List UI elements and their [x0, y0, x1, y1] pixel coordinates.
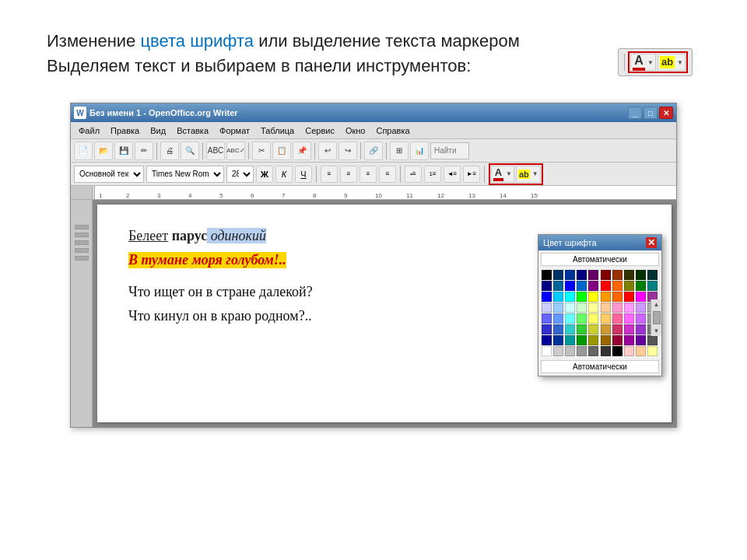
color-cell[interactable] [577, 313, 587, 324]
tb-copy[interactable]: 📋 [272, 142, 291, 160]
color-cell[interactable] [588, 346, 598, 356]
tb-spell2[interactable]: ABC✓ [226, 142, 245, 160]
color-cell[interactable] [588, 313, 598, 324]
color-auto-bottom-btn[interactable]: Автоматически [541, 360, 659, 373]
tb-redo[interactable]: ↪ [338, 142, 357, 160]
underline-button[interactable]: Ч [295, 166, 312, 183]
close-button[interactable]: ✕ [659, 107, 673, 119]
color-cell[interactable] [588, 292, 598, 302]
color-cell[interactable] [647, 270, 658, 280]
tb-print[interactable]: 🖨 [160, 142, 179, 160]
scroll-thumb[interactable] [653, 311, 661, 324]
color-cell[interactable] [542, 303, 552, 313]
color-cell[interactable] [612, 346, 622, 356]
color-cell[interactable] [624, 324, 634, 334]
color-cell[interactable] [588, 324, 598, 334]
color-cell[interactable] [636, 346, 646, 356]
tb-save[interactable]: 💾 [114, 142, 133, 160]
color-cell[interactable] [624, 292, 634, 302]
color-cell[interactable] [612, 281, 622, 291]
color-cell[interactable] [624, 335, 634, 345]
color-cell[interactable] [565, 313, 575, 324]
tb-open[interactable]: 📂 [94, 142, 113, 160]
color-cell[interactable] [553, 313, 563, 324]
menu-view[interactable]: Вид [146, 124, 170, 137]
color-cell[interactable] [553, 292, 563, 302]
color-cell[interactable] [601, 346, 611, 356]
highlight-button[interactable]: ab ▼ [658, 54, 686, 71]
bold-button[interactable]: Ж [256, 166, 273, 183]
color-cell[interactable] [612, 335, 622, 345]
tb-preview[interactable]: 🔍 [181, 142, 199, 160]
color-cell[interactable] [542, 313, 552, 324]
color-cell[interactable] [542, 292, 552, 302]
font-color-fmt-btn[interactable]: A ▼ [491, 166, 514, 183]
tb-undo[interactable]: ↩ [318, 142, 337, 160]
color-cell[interactable] [542, 281, 552, 291]
color-cell[interactable] [588, 281, 598, 291]
color-cell[interactable] [565, 292, 575, 302]
color-cell[interactable] [577, 324, 587, 334]
color-cell[interactable] [565, 324, 575, 334]
menu-edit[interactable]: Правка [106, 124, 144, 137]
indent-inc-btn[interactable]: ►≡ [463, 166, 480, 183]
color-cell[interactable] [624, 346, 634, 356]
size-select[interactable]: 28 [226, 166, 254, 183]
indent-dec-btn[interactable]: ◄≡ [444, 166, 461, 183]
color-cell[interactable] [565, 270, 575, 280]
list-bullet-btn[interactable]: •≡ [405, 166, 422, 183]
color-cell[interactable] [577, 335, 587, 345]
color-cell[interactable] [647, 346, 658, 356]
menu-file[interactable]: Файл [74, 124, 104, 137]
maximize-button[interactable]: □ [644, 107, 658, 119]
tb-link[interactable]: 🔗 [364, 142, 383, 160]
color-cell[interactable] [565, 346, 575, 356]
color-cell[interactable] [636, 324, 646, 334]
color-cell[interactable] [577, 346, 587, 356]
tb-cut[interactable]: ✂ [252, 142, 271, 160]
scroll-down-arrow[interactable]: ▼ [652, 326, 661, 336]
color-cell[interactable] [624, 303, 634, 313]
color-picker-close-btn[interactable]: ✕ [646, 237, 657, 248]
color-cell[interactable] [647, 281, 658, 291]
color-cell[interactable] [553, 281, 563, 291]
color-cell[interactable] [577, 303, 587, 313]
tb-paste[interactable]: 📌 [293, 142, 311, 160]
list-number-btn[interactable]: 1≡ [424, 166, 441, 183]
color-cell[interactable] [565, 281, 575, 291]
italic-button[interactable]: К [275, 166, 293, 183]
style-select[interactable]: Основной текст [74, 166, 144, 183]
menu-help[interactable]: Справка [371, 124, 414, 137]
color-cell[interactable] [553, 270, 563, 280]
color-cell[interactable] [553, 335, 563, 345]
menu-format[interactable]: Формат [215, 124, 254, 137]
color-cell[interactable] [601, 281, 611, 291]
color-cell[interactable] [577, 292, 587, 302]
highlight-fmt-btn[interactable]: ab ▼ [516, 166, 541, 183]
menu-tools[interactable]: Сервис [300, 124, 339, 137]
color-cell[interactable] [588, 303, 598, 313]
color-cell[interactable] [612, 303, 622, 313]
color-cell[interactable] [624, 270, 634, 280]
align-left-btn[interactable]: ≡ [321, 166, 338, 183]
color-cell[interactable] [636, 303, 646, 313]
tb-spell[interactable]: ABC [206, 142, 225, 160]
scroll-up-arrow[interactable]: ▲ [652, 299, 661, 310]
color-cell[interactable] [588, 335, 598, 345]
tb-chart[interactable]: 📊 [410, 142, 429, 160]
color-cell[interactable] [542, 324, 552, 334]
align-justify-btn[interactable]: ≡ [379, 166, 396, 183]
color-cell[interactable] [647, 335, 658, 345]
color-cell[interactable] [636, 281, 646, 291]
color-cell[interactable] [553, 303, 563, 313]
minimize-button[interactable]: _ [628, 107, 642, 119]
color-cell[interactable] [601, 270, 611, 280]
color-cell[interactable] [542, 346, 552, 356]
color-cell[interactable] [624, 313, 634, 324]
tb-table[interactable]: ⊞ [390, 142, 409, 160]
color-cell[interactable] [612, 292, 622, 302]
color-cell[interactable] [553, 346, 563, 356]
color-cell[interactable] [588, 270, 598, 280]
color-auto-top-btn[interactable]: Автоматически [541, 253, 659, 266]
find-input[interactable] [430, 142, 469, 159]
